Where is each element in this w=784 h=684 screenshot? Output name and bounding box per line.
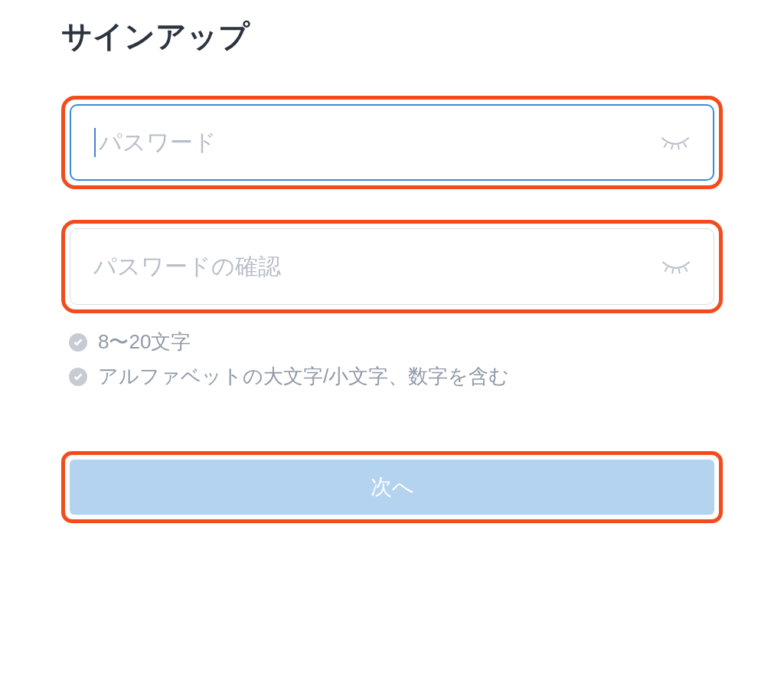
requirement-item: アルファベットの大文字/小文字、数字を含む [69,363,723,390]
password-input[interactable] [99,129,661,155]
eye-closed-icon[interactable] [661,135,690,150]
password-confirm-highlight [61,220,723,313]
requirement-text: アルファベットの大文字/小文字、数字を含む [98,363,509,390]
password-confirm-input-wrapper[interactable] [70,228,714,305]
svg-line-7 [684,267,687,271]
eye-closed-icon[interactable] [662,259,691,274]
check-icon [69,333,87,352]
next-button[interactable]: 次へ [70,460,714,515]
password-requirements: 8〜20文字 アルファベットの大文字/小文字、数字を含む [61,329,723,390]
svg-line-0 [665,143,667,147]
svg-line-6 [679,270,680,273]
next-button-highlight: 次へ [61,451,723,523]
svg-line-4 [665,267,668,271]
svg-line-5 [672,270,673,273]
check-icon [69,368,87,386]
password-highlight [61,96,723,189]
text-cursor [94,128,96,157]
requirement-item: 8〜20文字 [69,329,723,355]
svg-line-1 [671,146,672,149]
next-button-label: 次へ [371,473,414,502]
requirement-text: 8〜20文字 [98,329,191,355]
password-input-wrapper[interactable] [70,104,714,181]
page-title: サインアップ [61,15,723,57]
svg-line-2 [678,146,679,149]
password-confirm-input[interactable] [93,254,662,280]
svg-line-3 [684,143,686,147]
